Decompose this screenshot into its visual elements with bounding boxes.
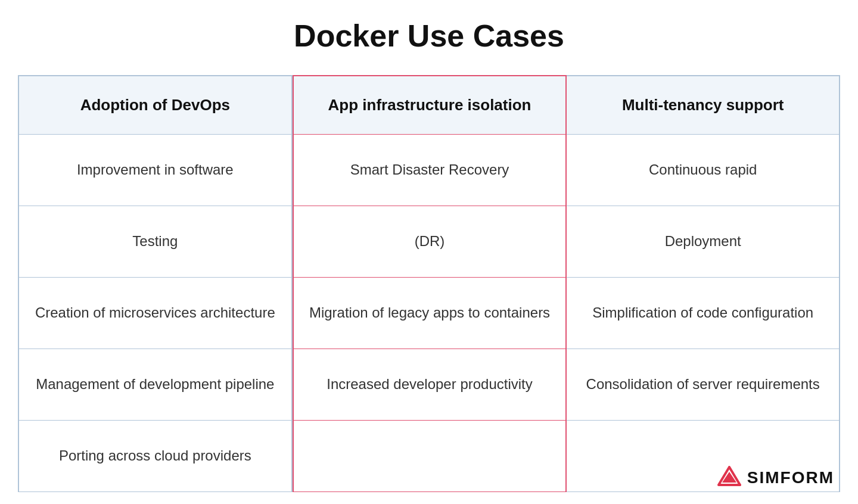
col2-row4-cell: Increased developer productivity xyxy=(294,349,566,421)
col2-row3-cell: Migration of legacy apps to containers xyxy=(294,278,566,349)
col1-row4-cell: Management of development pipeline xyxy=(19,349,291,421)
col3-header: Multi-tenancy support xyxy=(567,75,839,135)
column-2: App infrastructure isolationSmart Disast… xyxy=(293,75,567,492)
col1-row1-cell: Improvement in software xyxy=(19,135,291,206)
use-cases-table: Adoption of DevOpsImprovement in softwar… xyxy=(18,75,840,492)
col2-row1-cell: Smart Disaster Recovery xyxy=(294,135,566,206)
col3-row3-cell: Simplification of code configuration xyxy=(567,278,839,349)
col1-row2-cell: Testing xyxy=(19,206,291,278)
col1-row3-cell: Creation of microservices architecture xyxy=(19,278,291,349)
column-1: Adoption of DevOpsImprovement in softwar… xyxy=(18,75,293,492)
simform-logo-text: SIMFORM xyxy=(747,468,834,487)
col2-row2-cell: (DR) xyxy=(294,206,566,278)
simform-logo-icon xyxy=(717,466,741,490)
col2-empty-row5 xyxy=(294,421,566,492)
col3-row2-cell: Deployment xyxy=(567,206,839,278)
col2-header: App infrastructure isolation xyxy=(294,75,566,135)
col3-row4-cell: Consolidation of server requirements xyxy=(567,349,839,421)
col3-row1-cell: Continuous rapid xyxy=(567,135,839,206)
col1-row5-cell: Porting across cloud providers xyxy=(19,421,291,492)
page-title: Docker Use Cases xyxy=(294,18,564,54)
logo-area: SIMFORM xyxy=(717,466,834,490)
column-3: Multi-tenancy supportContinuous rapidDep… xyxy=(567,75,840,492)
col1-header: Adoption of DevOps xyxy=(19,75,291,135)
